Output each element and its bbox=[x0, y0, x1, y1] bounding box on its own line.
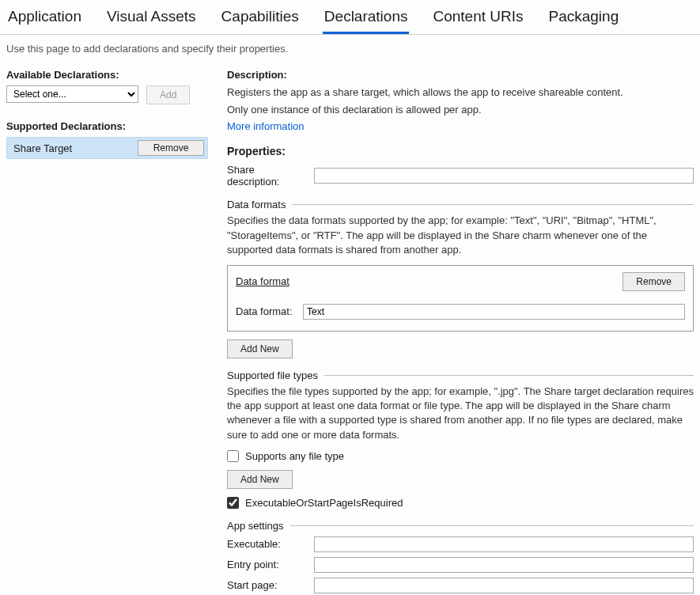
page-intro: Use this page to add declarations and sp… bbox=[6, 43, 694, 55]
remove-declaration-button[interactable]: Remove bbox=[138, 140, 204, 156]
supported-declarations-label: Supported Declarations: bbox=[6, 120, 208, 132]
entry-point-label: Entry point: bbox=[227, 559, 314, 570]
data-format-remove-button[interactable]: Remove bbox=[622, 272, 685, 291]
supported-file-types-heading: Supported file types bbox=[227, 370, 318, 381]
description-line-1: Registers the app as a share target, whi… bbox=[227, 85, 694, 100]
supported-file-types-divider: Supported file types bbox=[227, 370, 694, 381]
tab-declarations[interactable]: Declarations bbox=[323, 3, 410, 34]
tab-application[interactable]: Application bbox=[6, 3, 83, 34]
data-formats-divider: Data formats bbox=[227, 199, 694, 210]
data-formats-help: Specifies the data formats supported by … bbox=[227, 214, 694, 257]
add-file-type-button[interactable]: Add New bbox=[227, 470, 293, 489]
start-page-input[interactable] bbox=[314, 578, 694, 593]
tab-content-uris[interactable]: Content URIs bbox=[431, 3, 524, 34]
supports-any-file-type-label: Supports any file type bbox=[245, 450, 344, 462]
add-data-format-button[interactable]: Add New bbox=[227, 339, 293, 358]
more-information-link[interactable]: More information bbox=[227, 120, 305, 132]
description-heading: Description: bbox=[227, 69, 694, 81]
executable-required-checkbox[interactable] bbox=[227, 497, 239, 509]
available-declarations-dropdown[interactable]: Select one... bbox=[6, 85, 138, 103]
app-settings-divider: App settings bbox=[227, 520, 694, 532]
description-line-2: Only one instance of this declaration is… bbox=[227, 103, 694, 117]
supports-any-file-type-checkbox[interactable] bbox=[227, 450, 239, 462]
start-page-label: Start page: bbox=[227, 579, 314, 591]
supported-declaration-item[interactable]: Share Target Remove bbox=[6, 137, 208, 159]
data-format-box-title[interactable]: Data format bbox=[236, 275, 289, 287]
executable-required-label: ExecutableOrStartPageIsRequired bbox=[245, 497, 403, 509]
share-description-label: Share description: bbox=[227, 164, 314, 188]
tab-packaging[interactable]: Packaging bbox=[547, 3, 621, 34]
tab-capabilities[interactable]: Capabilities bbox=[220, 3, 301, 34]
available-declarations-label: Available Declarations: bbox=[6, 69, 208, 81]
data-format-field-label: Data format: bbox=[236, 305, 303, 317]
data-format-input[interactable] bbox=[303, 304, 685, 320]
entry-point-input[interactable] bbox=[314, 557, 694, 573]
executable-label: Executable: bbox=[227, 538, 314, 550]
add-declaration-button[interactable]: Add bbox=[146, 85, 190, 104]
supported-file-types-help: Specifies the file types supported by th… bbox=[227, 385, 694, 442]
supported-declaration-name: Share Target bbox=[13, 142, 72, 154]
app-settings-heading: App settings bbox=[227, 520, 284, 532]
data-formats-heading: Data formats bbox=[227, 199, 286, 210]
properties-heading: Properties: bbox=[227, 145, 694, 157]
executable-input[interactable] bbox=[314, 536, 694, 552]
tab-bar: Application Visual Assets Capabilities D… bbox=[0, 0, 700, 35]
data-format-box: Data format Remove Data format: bbox=[227, 265, 694, 332]
tab-visual-assets[interactable]: Visual Assets bbox=[105, 3, 198, 34]
share-description-input[interactable] bbox=[314, 168, 694, 184]
